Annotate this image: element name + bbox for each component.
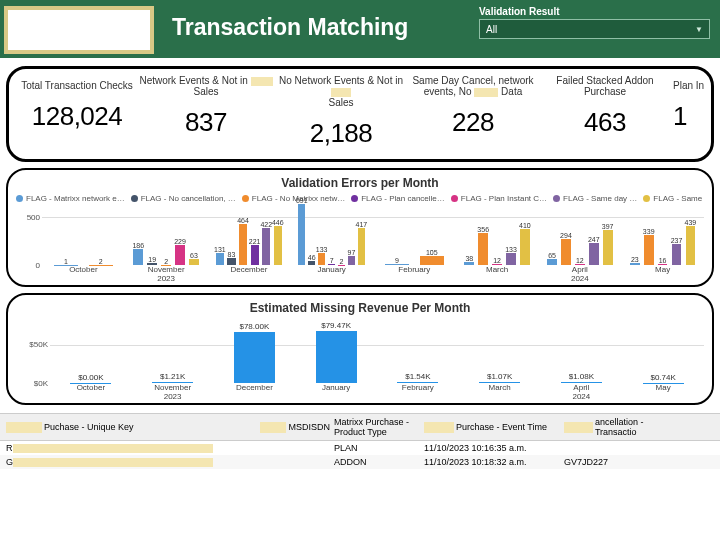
- kpi-label: No Network Events & Not in Sales: [273, 75, 409, 108]
- bar-value-label: 12: [493, 257, 501, 264]
- chart-bar[interactable]: 691: [298, 204, 305, 265]
- bar-value-label: 2: [99, 258, 103, 265]
- bar-value-label: 38: [465, 255, 473, 262]
- legend-swatch: [451, 195, 458, 202]
- cell-product-type: PLAN: [334, 443, 420, 453]
- legend-swatch: [351, 195, 358, 202]
- redacted-text: [251, 77, 273, 86]
- chart-bar[interactable]: 294: [561, 239, 571, 265]
- bar-value-label: 417: [356, 221, 368, 228]
- chart-bar[interactable]: 186: [133, 249, 143, 265]
- bar-value-label: 65: [548, 252, 556, 259]
- chart-bar[interactable]: 133: [506, 253, 516, 265]
- report-header: Transaction Matching Validation Result A…: [0, 0, 720, 58]
- chart-bar[interactable]: 83: [227, 258, 235, 265]
- bar-group: 2333916237439: [628, 203, 698, 265]
- redacted-text: [564, 422, 593, 433]
- chart-bar[interactable]: 422: [262, 228, 270, 265]
- legend-item[interactable]: FLAG - Same day …: [643, 194, 704, 203]
- bar-value-label: 2: [164, 258, 168, 265]
- legend-swatch: [643, 195, 650, 202]
- y-axis-tick: 0: [36, 261, 40, 270]
- logo-placeholder: [4, 6, 154, 54]
- validation-result-label: Validation Result: [479, 6, 710, 17]
- bar-value-label: 221: [249, 238, 261, 245]
- bar-value-label: 247: [588, 236, 600, 243]
- legend-swatch: [131, 195, 138, 202]
- chart-bar[interactable]: 397: [603, 230, 613, 265]
- x-axis-category: December: [214, 383, 296, 401]
- bar-value-label: $1.07K: [487, 372, 512, 382]
- chart-bar[interactable]: 229: [175, 245, 185, 265]
- page-title: Transaction Matching: [154, 0, 479, 58]
- chart-bar[interactable]: 247: [589, 243, 599, 265]
- bar-value-label: 63: [190, 252, 198, 259]
- chart-bar[interactable]: 131: [216, 253, 224, 265]
- x-axis-category: October: [42, 265, 125, 283]
- bar-group: 18619222963: [131, 203, 201, 265]
- legend-item[interactable]: FLAG - Plan Instant C…: [451, 194, 547, 203]
- chart-bar[interactable]: 237: [672, 244, 682, 265]
- table-row[interactable]: GADDON11/10/2023 10:18:32 a.m.GV7JD227: [0, 455, 720, 469]
- chart-bar[interactable]: $79.47K: [316, 331, 357, 383]
- x-axis-category: November2023: [125, 265, 208, 283]
- chart-bar[interactable]: 446: [274, 226, 282, 266]
- bar-value-label: $0.74K: [650, 373, 675, 383]
- legend-item[interactable]: FLAG - Matrixx network e…: [16, 194, 125, 203]
- bar-value-label: $1.08K: [569, 372, 594, 382]
- bar-value-label: 16: [659, 257, 667, 264]
- chart-bar[interactable]: 339: [644, 235, 654, 265]
- bar-group: 13183464221422446: [214, 203, 284, 265]
- bar-value-label: 23: [631, 256, 639, 263]
- cell-msisdn: [260, 443, 330, 453]
- chart-bar[interactable]: 221: [251, 245, 259, 265]
- bar-value-label: 356: [477, 226, 489, 233]
- bar-value-label: 229: [174, 238, 186, 245]
- kpi-label: Same Day Cancel, network events, No Data: [412, 75, 533, 97]
- legend-item[interactable]: FLAG - No cancellation, …: [131, 194, 236, 203]
- legend-swatch: [16, 195, 23, 202]
- legend-label: FLAG - Plan cancelle…: [361, 194, 445, 203]
- legend-label: FLAG - Same day …: [563, 194, 637, 203]
- bar-value-label: 133: [316, 246, 328, 253]
- bar-value-label: $1.54K: [405, 372, 430, 382]
- chart-bar[interactable]: 417: [358, 228, 365, 265]
- col-event-time[interactable]: Purchase - Event Time: [424, 422, 560, 433]
- bar-value-label: 9: [395, 257, 399, 264]
- legend-label: FLAG - Matrixx network e…: [26, 194, 125, 203]
- chart-bar[interactable]: 356: [478, 233, 488, 265]
- bar-value-label: 410: [519, 222, 531, 229]
- kpi-network-events-not-sales: Network Events & Not in Sales 837: [139, 75, 273, 138]
- chart-bar[interactable]: 464: [239, 224, 247, 265]
- x-axis-category: January: [295, 383, 377, 401]
- bar-value-label: $1.21K: [160, 372, 185, 382]
- col-msisdn[interactable]: MSDISDN: [260, 422, 330, 433]
- bar-value-label: $79.47K: [321, 321, 351, 331]
- kpi-value: 837: [139, 107, 273, 138]
- chart-bar[interactable]: 133: [318, 253, 325, 265]
- legend-item[interactable]: FLAG - Same day …: [553, 194, 637, 203]
- chart-bar[interactable]: 439: [686, 226, 696, 265]
- col-unique-key[interactable]: Puchase - Unique Key: [6, 422, 256, 433]
- bar-group: 9105: [380, 203, 450, 265]
- chart-bar[interactable]: 105: [420, 256, 444, 265]
- validation-result-dropdown[interactable]: All ▼: [479, 19, 710, 39]
- col-cancel-txn[interactable]: ancellation - Transactio: [564, 417, 684, 437]
- bar-value-label: 83: [228, 251, 236, 258]
- x-axis-category: May: [622, 383, 704, 401]
- legend-item[interactable]: FLAG - Plan cancelle…: [351, 194, 445, 203]
- chart-bar[interactable]: 97: [348, 256, 355, 265]
- x-axis-category: January: [290, 265, 373, 283]
- y-axis: 500 0: [16, 203, 42, 265]
- kpi-cards: Total Transaction Checks 128,024 Network…: [6, 66, 714, 162]
- chart-bar[interactable]: 410: [520, 229, 530, 265]
- legend-item[interactable]: FLAG - No Matrixx netw…: [242, 194, 345, 203]
- table-row[interactable]: RPLAN11/10/2023 10:16:35 a.m.: [0, 441, 720, 455]
- chart-bar[interactable]: $78.00K: [234, 332, 275, 383]
- x-axis: OctoberNovember2023DecemberJanuaryFebrua…: [50, 383, 704, 401]
- col-product-type[interactable]: Matrixx Purchase - Product Type: [334, 417, 420, 437]
- y-axis-tick: $50K: [29, 340, 48, 349]
- bar-value-label: 19: [148, 256, 156, 263]
- kpi-failed-addon: Failed Stacked Addon Purchase 463: [537, 75, 673, 138]
- bar-value-label: 133: [505, 246, 517, 253]
